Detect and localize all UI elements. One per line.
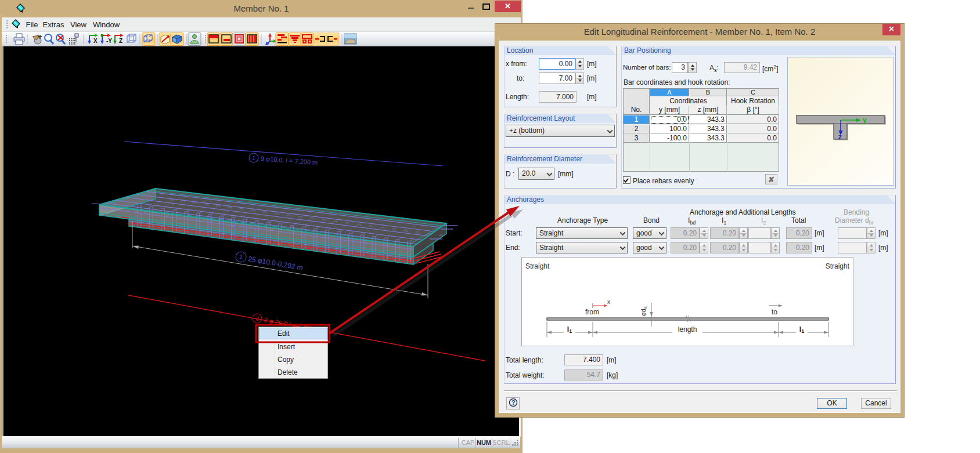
svg-text:length: length: [678, 325, 697, 334]
svg-text:x: x: [607, 299, 610, 305]
svg-text:1: 1: [252, 154, 256, 161]
svg-text:Straight: Straight: [826, 262, 850, 270]
svg-text:?: ?: [511, 399, 515, 406]
svg-text:Straight: Straight: [525, 262, 550, 270]
svg-text:Z: Z: [119, 38, 123, 44]
svg-text:y: y: [863, 116, 867, 124]
svg-text:25 φ10.0-0.292 m: 25 φ10.0-0.292 m: [248, 255, 304, 272]
svg-text:1: 1: [239, 253, 243, 260]
svg-text:2: 2: [255, 315, 260, 322]
svg-text:to: to: [772, 308, 777, 316]
svg-text:9 φ10.0, l = 7.200 m: 9 φ10.0, l = 7.200 m: [261, 155, 318, 166]
svg-text:-Y: -Y: [106, 38, 112, 44]
svg-text:X: X: [93, 38, 98, 44]
svg-text:z: z: [838, 133, 842, 141]
svg-text:from: from: [585, 308, 599, 316]
svg-text:øds: øds: [640, 306, 648, 316]
